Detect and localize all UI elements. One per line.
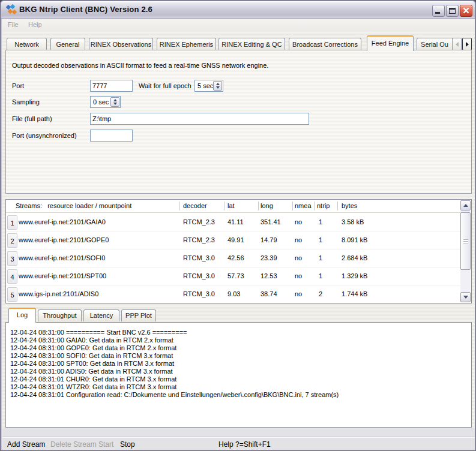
column-divider — [314, 202, 315, 211]
tab-broadcast-corrections[interactable]: Broadcast Corrections — [289, 38, 361, 50]
minimize-button[interactable] — [432, 5, 445, 17]
scrollbar-thumb[interactable] — [460, 212, 471, 270]
tab-rinex-editing-qc[interactable]: RINEX Editing & QC — [218, 38, 285, 50]
header-ntrip[interactable]: ntrip — [317, 202, 330, 209]
spin-buttons[interactable] — [110, 97, 119, 107]
log-line: 12-04-24 08:31:00 SPT00: Get data in RTC… — [10, 360, 174, 367]
cell-ntrip: 1 — [319, 254, 322, 261]
header-lat[interactable]: lat — [227, 202, 235, 209]
log-line: 12-04-24 08:31:01 WTZR0: Get data in RTC… — [10, 383, 176, 390]
start-button[interactable]: Start — [98, 440, 113, 449]
wait-for-full-epoch-spinner[interactable]: 5 sec — [194, 80, 223, 92]
scrollbar-up-icon — [463, 204, 468, 207]
cell-bytes: 2.684 kB — [342, 254, 367, 261]
footer-bar: Add Stream Delete Stream Start Stop Help… — [2, 428, 475, 450]
port-input[interactable] — [90, 80, 133, 92]
sampling-spinner[interactable]: 0 sec — [90, 96, 121, 108]
log-line: 12-04-24 08:31:01 CHUR0: Get data in RTC… — [10, 375, 176, 383]
tab-throughput[interactable]: Throughput — [38, 309, 82, 321]
cell-decoder: RTCM_2.3 — [183, 236, 215, 243]
cell-decoder: RTCM_2.3 — [183, 218, 215, 226]
tab-serial-output[interactable]: Serial Ou — [417, 38, 453, 50]
scrollbar-down-button[interactable] — [460, 292, 471, 302]
cell-nmea: no — [295, 272, 302, 279]
tab-log[interactable]: Log — [8, 308, 36, 323]
log-line: 12-04-24 08:31:01 Configuration read: C:… — [10, 391, 339, 398]
cell-bytes: 3.58 kB — [342, 218, 364, 226]
spin-up-icon[interactable] — [216, 83, 220, 85]
spin-up-icon[interactable] — [113, 99, 117, 101]
streams-scrollbar[interactable] — [460, 200, 471, 302]
tab-latency[interactable]: Latency — [83, 309, 119, 321]
cell-decoder: RTCM_3.0 — [183, 290, 215, 297]
cell-bytes: 1.329 kB — [342, 272, 367, 279]
maximize-button[interactable] — [446, 5, 459, 17]
cell-long: 14.79 — [261, 236, 277, 243]
cell-mountpoint: www.euref-ip.net:2101/GAIA0 — [19, 218, 106, 226]
stop-button[interactable]: Stop — [120, 440, 135, 449]
row-number: 2 — [7, 233, 17, 248]
cell-long: 23.39 — [261, 254, 277, 261]
menu-file[interactable]: File — [8, 21, 19, 28]
tab-scroll-right-button[interactable] — [462, 38, 472, 50]
cell-lat: 41.11 — [227, 218, 244, 226]
cell-nmea: no — [295, 290, 302, 297]
log-panel[interactable]: 12-04-24 08:31:00 ========== Start BNC v… — [5, 322, 472, 428]
app-icon — [6, 5, 16, 15]
header-nmea[interactable]: nmea — [295, 202, 312, 209]
panel-description: Output decoded observations in ASCII for… — [12, 62, 268, 69]
tab-ppp-plot[interactable]: PPP Plot — [121, 309, 156, 321]
column-divider — [179, 202, 180, 211]
close-button[interactable] — [460, 5, 472, 17]
header-long[interactable]: long — [261, 202, 273, 209]
sampling-value: 0 sec — [93, 98, 109, 106]
tab-rinex-observations[interactable]: RINEX Observations — [89, 38, 153, 50]
cell-long: 38.74 — [261, 290, 277, 297]
spin-down-icon[interactable] — [216, 86, 220, 89]
cell-nmea: no — [295, 236, 302, 243]
feed-engine-panel: Output decoded observations in ASCII for… — [5, 50, 472, 194]
add-stream-button[interactable]: Add Stream — [7, 440, 45, 449]
row-number: 1 — [7, 215, 17, 230]
cell-nmea: no — [295, 218, 302, 226]
cell-lat: 49.91 — [227, 236, 244, 243]
port-unsynchronized-input[interactable] — [90, 130, 133, 142]
port-label: Port — [12, 82, 24, 89]
header-mountpoint[interactable]: Streams: resource loader / mountpoint — [16, 202, 131, 209]
column-divider — [292, 202, 293, 211]
tab-scroll-left-button[interactable] — [452, 38, 462, 50]
table-row[interactable]: 1 www.euref-ip.net:2101/GAIA0 RTCM_2.3 4… — [6, 214, 460, 231]
cell-decoder: RTCM_3.0 — [183, 272, 215, 279]
log-line: 12-04-24 08:31:00 SOFI0: Get data in RTC… — [10, 352, 173, 359]
title-bar[interactable]: BKG Ntrip Client (BNC) Version 2.6 — [1, 1, 475, 19]
header-bytes[interactable]: bytes — [342, 202, 357, 209]
cell-ntrip: 1 — [319, 272, 322, 279]
cell-mountpoint: www.igs-ip.net:2101/ADIS0 — [19, 290, 98, 297]
cell-ntrip: 1 — [319, 218, 322, 226]
file-full-path-input[interactable] — [90, 113, 309, 125]
table-row[interactable]: 4 www.euref-ip.net:2101/SPT00 RTCM_3.0 5… — [6, 267, 460, 285]
scrollbar-grip — [463, 239, 468, 244]
log-line: 12-04-24 08:31:00 ADIS0: Get data in RTC… — [10, 368, 173, 375]
port-unsynchronized-label: Port (unsynchronized) — [12, 132, 77, 139]
delete-stream-button[interactable]: Delete Stream — [50, 440, 97, 449]
tab-rinex-ephemeris[interactable]: RINEX Ephemeris — [157, 38, 216, 50]
scrollbar-up-button[interactable] — [460, 200, 471, 211]
streams-table-header[interactable]: Streams: resource loader / mountpoint de… — [6, 200, 460, 213]
table-row[interactable]: 5 www.igs-ip.net:2101/ADIS0 RTCM_3.0 9.0… — [6, 285, 460, 303]
menu-bar: File Help — [2, 19, 475, 32]
tab-general[interactable]: General — [50, 38, 85, 50]
cell-lat: 57.73 — [227, 272, 244, 279]
table-row[interactable]: 2 www.euref-ip.net:2101/GOPE0 RTCM_2.3 4… — [6, 231, 460, 249]
header-decoder[interactable]: decoder — [183, 202, 207, 209]
tab-network[interactable]: Network — [7, 38, 47, 50]
cell-ntrip: 1 — [319, 236, 322, 243]
cell-mountpoint: www.euref-ip.net:2101/SPT00 — [19, 272, 106, 279]
table-row[interactable]: 3 www.euref-ip.net:2101/SOFI0 RTCM_3.0 4… — [6, 249, 460, 267]
wait-for-full-epoch-label: Wait for full epoch — [139, 82, 191, 89]
spin-buttons[interactable] — [213, 81, 222, 91]
tab-scroll-right-icon — [466, 42, 469, 47]
menu-help[interactable]: Help — [28, 21, 42, 28]
spin-down-icon[interactable] — [113, 103, 117, 105]
tab-feed-engine[interactable]: Feed Engine — [367, 35, 414, 51]
